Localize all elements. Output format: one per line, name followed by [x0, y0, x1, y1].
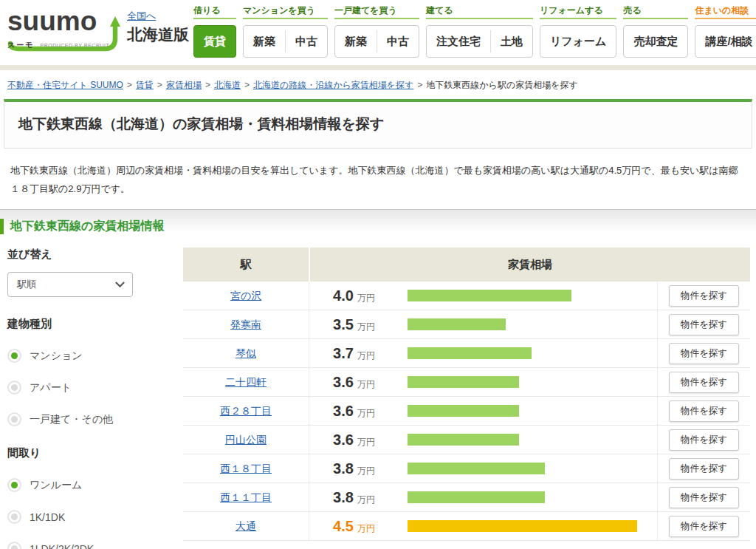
- nav-group-underline: [695, 18, 756, 19]
- search-properties-button[interactable]: 物件を探す: [669, 372, 739, 393]
- sort-select[interactable]: 駅順: [7, 272, 133, 297]
- rent-unit: 万円: [357, 522, 375, 535]
- nav-group: 売る売却査定: [623, 4, 688, 65]
- radio-option[interactable]: 一戸建て・その他: [7, 412, 183, 426]
- nav-group: 住まいの相談講座/相談: [695, 4, 756, 65]
- nav-button[interactable]: 土地: [491, 26, 532, 57]
- station-cell: 円山公園: [183, 433, 309, 447]
- nav-group-label[interactable]: マンションを買う: [243, 4, 328, 16]
- radio-option-label: 1LDK/2K/2DK: [30, 543, 94, 549]
- header-divider-strip: [0, 65, 756, 70]
- station-link[interactable]: 大通: [236, 520, 256, 532]
- filter-group-label: 間取り: [7, 446, 183, 460]
- search-properties-button[interactable]: 物件を探す: [669, 400, 739, 422]
- rent-value-cell: 3.6万円: [309, 426, 399, 454]
- search-button-cell: 物件を探す: [657, 310, 750, 338]
- station-cell: 西２８丁目: [183, 404, 309, 418]
- nav-button[interactable]: 新築: [335, 26, 377, 57]
- search-properties-button[interactable]: 物件を探す: [669, 458, 739, 480]
- nav-group-label[interactable]: 一戸建てを買う: [334, 4, 419, 16]
- breadcrumb-link[interactable]: 北海道の路線・沿線から家賃相場を探す: [253, 80, 413, 90]
- breadcrumb-link[interactable]: 北海道: [214, 80, 241, 90]
- nav-button-label: リフォーム: [550, 35, 606, 49]
- nav-button[interactable]: リフォーム: [540, 26, 616, 57]
- radio-option[interactable]: ワンルーム: [7, 478, 183, 492]
- nav-button-group: 売却査定: [623, 25, 688, 58]
- nav-button[interactable]: 講座/相談: [695, 26, 756, 57]
- nav-button[interactable]: 中古: [286, 26, 327, 57]
- breadcrumb-current: 地下鉄東西線から駅の家賃相場を探す: [426, 80, 577, 90]
- section-accent-bar: [0, 219, 4, 234]
- nav-group: 借りる賃貸: [193, 4, 236, 65]
- nav-group-label[interactable]: 建てる: [426, 4, 533, 16]
- logo-kana: スーモ: [7, 40, 34, 50]
- nav-button[interactable]: 注文住宅: [427, 26, 490, 57]
- search-properties-button[interactable]: 物件を探す: [669, 343, 739, 364]
- table-row: 西２８丁目3.6万円物件を探す: [183, 397, 750, 426]
- radio-unselected-icon[interactable]: [7, 542, 21, 549]
- nav-group-underline: [243, 18, 328, 19]
- radio-selected-icon[interactable]: [7, 478, 21, 492]
- search-button-cell: 物件を探す: [657, 426, 750, 454]
- breadcrumb-link[interactable]: 賃貸: [136, 80, 154, 90]
- rent-bar: [408, 491, 545, 503]
- station-link[interactable]: 西２８丁目: [220, 405, 272, 417]
- search-properties-button[interactable]: 物件を探す: [669, 429, 739, 451]
- nav-group-underline: [623, 18, 688, 19]
- station-link[interactable]: 西１１丁目: [220, 491, 272, 503]
- breadcrumb-link[interactable]: 家賃相場: [166, 80, 202, 90]
- search-properties-button[interactable]: 物件を探す: [669, 285, 739, 307]
- filter-sidebar: 並び替え 駅順 建物種別マンションアパート一戸建て・その他間取りワンルーム1K/…: [0, 248, 183, 549]
- station-cell: 西１８丁目: [183, 462, 309, 476]
- radio-unselected-icon[interactable]: [7, 412, 21, 426]
- nav-button[interactable]: 中古: [377, 26, 419, 57]
- station-link[interactable]: 西１８丁目: [220, 463, 272, 474]
- nav-group-label[interactable]: リフォームする: [540, 4, 616, 16]
- nav-group: マンションを買う新築中古: [243, 4, 328, 65]
- breadcrumb-link[interactable]: 不動産・住宅サイト SUUMO: [7, 80, 123, 90]
- station-column-header: 駅: [183, 248, 309, 282]
- radio-dot: [11, 514, 18, 520]
- search-properties-button[interactable]: 物件を探す: [669, 516, 739, 537]
- nav-button-group: 賃貸: [193, 25, 236, 58]
- radio-option[interactable]: マンション: [7, 349, 183, 363]
- station-link[interactable]: 二十四軒: [225, 376, 267, 388]
- station-link[interactable]: 発寒南: [230, 318, 261, 330]
- page-description: 地下鉄東西線（北海道）周辺の家賃相場・賃料相場の目安を算出しています。地下鉄東西…: [10, 162, 745, 198]
- search-properties-button[interactable]: 物件を探す: [669, 314, 739, 335]
- nav-group-underline: [193, 18, 236, 19]
- radio-selected-icon[interactable]: [7, 349, 21, 363]
- rent-value: 3.6: [333, 403, 354, 420]
- radio-unselected-icon[interactable]: [7, 381, 21, 395]
- radio-option[interactable]: アパート: [7, 381, 183, 395]
- region-edition-label: 北海道版: [127, 24, 189, 45]
- national-site-link[interactable]: 全国へ: [127, 10, 156, 21]
- station-link[interactable]: 円山公園: [225, 434, 267, 446]
- radio-option[interactable]: 1K/1DK: [7, 510, 183, 524]
- station-cell: 大通: [183, 519, 309, 533]
- nav-group-label[interactable]: 借りる: [193, 4, 236, 16]
- nav-group-label[interactable]: 売る: [623, 4, 688, 16]
- search-properties-button[interactable]: 物件を探す: [669, 487, 739, 508]
- sort-select-value: 駅順: [17, 278, 36, 291]
- nav-button[interactable]: 賃貸: [194, 26, 236, 57]
- search-button-cell: 物件を探す: [657, 397, 750, 425]
- nav-group-label[interactable]: 住まいの相談: [695, 4, 756, 16]
- nav-button-label: 講座/相談: [705, 35, 752, 49]
- table-row: 西１１丁目3.8万円物件を探す: [183, 483, 750, 512]
- station-link[interactable]: 琴似: [236, 347, 256, 359]
- suumo-logo[interactable]: SUUMO スーモ PRODUCED BY RECRUIT: [7, 7, 124, 53]
- rent-unit: 万円: [357, 378, 375, 391]
- radio-option[interactable]: 1LDK/2K/2DK: [7, 542, 183, 549]
- breadcrumb-separator: >: [127, 80, 132, 90]
- filter-group-label: 建物種別: [7, 317, 183, 331]
- page-title: 地下鉄東西線（北海道）の家賃相場・賃料相場情報を探す: [18, 115, 738, 134]
- page-title-box: 地下鉄東西線（北海道）の家賃相場・賃料相場情報を探す: [4, 99, 752, 149]
- radio-unselected-icon[interactable]: [7, 510, 21, 524]
- nav-button[interactable]: 新築: [244, 26, 285, 57]
- nav-button[interactable]: 売却査定: [624, 26, 687, 57]
- station-link[interactable]: 宮の沢: [230, 290, 261, 301]
- main-nav: 借りる賃貸マンションを買う新築中古一戸建てを買う新築中古建てる注文住宅土地リフォ…: [193, 0, 756, 65]
- table-header: 駅 家賃相場: [183, 248, 750, 282]
- breadcrumb-separator: >: [205, 80, 210, 90]
